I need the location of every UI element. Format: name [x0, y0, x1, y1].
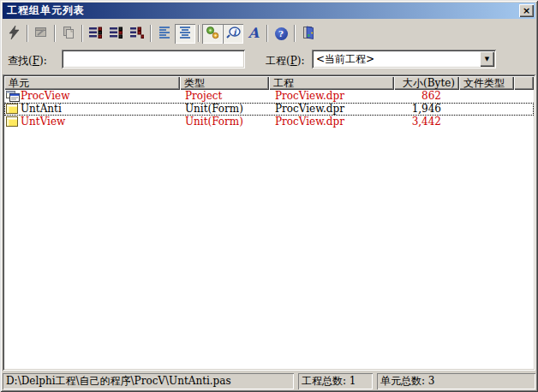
unit-list: 单元 类型 工程 大小(Byte) 文件类型 ProcView Project …	[3, 74, 535, 371]
toolbar: i A ?	[3, 21, 535, 45]
find-input[interactable]	[62, 50, 245, 68]
list-view-icon	[130, 26, 144, 41]
table-row[interactable]: UntAnti Unit(Form) ProcView.dpr 1,946	[4, 103, 534, 116]
status-unit-count: 单元总数: 3	[377, 373, 535, 389]
cell-unit: UntView	[21, 116, 65, 128]
edit-button-disabled[interactable]	[31, 24, 51, 44]
cell-project: ProcView.dpr	[269, 103, 394, 116]
exit-door-icon	[302, 26, 315, 42]
cell-filetype	[459, 116, 514, 128]
align-center-icon	[179, 26, 192, 41]
project-icon	[6, 91, 20, 103]
dialog-window: 工程组单元列表 ×	[0, 0, 538, 392]
gears-icon	[206, 26, 219, 42]
status-bar: D:\Delphi工程\自己的程序\ProcV\UntAnti.pas 工程总数…	[3, 373, 535, 389]
toolbar-separator	[27, 25, 28, 42]
toolbar-separator	[294, 25, 296, 42]
cell-type: Project	[180, 90, 269, 103]
help-button[interactable]: ?	[271, 24, 291, 44]
copy-button-disabled[interactable]	[58, 24, 79, 44]
cell-size: 862	[394, 90, 459, 103]
close-button[interactable]: ×	[519, 4, 534, 17]
cell-project: ProcView.dpr	[269, 116, 394, 128]
cell-size: 1,946	[394, 103, 459, 116]
find-label: 查找(F):	[8, 54, 47, 68]
info-magnifier-icon: i	[226, 26, 241, 42]
column-header-size[interactable]: 大小(Byte)	[394, 76, 459, 90]
font-icon: A	[248, 27, 259, 40]
view-style-2-button[interactable]	[106, 24, 127, 44]
window-title: 工程组单元列表	[7, 3, 85, 18]
title-bar: 工程组单元列表 ×	[3, 3, 535, 19]
cell-size: 3,442	[394, 116, 459, 128]
project-label: 工程(P):	[266, 54, 305, 68]
align-center-button[interactable]	[175, 24, 195, 44]
list-header: 单元 类型 工程 大小(Byte) 文件类型	[4, 76, 534, 90]
cell-filetype	[459, 90, 514, 103]
info-button[interactable]: i	[223, 24, 243, 44]
list-view-icon	[110, 26, 123, 41]
column-header-filetype[interactable]: 文件类型	[459, 76, 514, 90]
toolbar-separator	[54, 25, 56, 42]
cell-unit: UntAnti	[21, 103, 62, 115]
cell-filetype	[459, 103, 514, 116]
view-style-1-button[interactable]	[86, 24, 106, 44]
cell-project: ProcView.dpr	[269, 90, 394, 103]
view-style-3-button[interactable]	[127, 24, 147, 44]
close-icon: ×	[523, 5, 530, 16]
edit-form-icon	[34, 26, 48, 42]
column-header-project[interactable]: 工程	[269, 76, 394, 90]
toolbar-separator	[198, 25, 200, 42]
font-button[interactable]: A	[243, 24, 264, 44]
project-combobox[interactable]: <当前工程> ▼	[312, 50, 496, 68]
toolbar-separator	[266, 25, 268, 42]
align-left-button[interactable]	[154, 24, 175, 44]
lightning-icon	[7, 26, 21, 42]
project-combobox-value: <当前工程>	[312, 52, 480, 67]
copy-icon	[62, 26, 75, 42]
cell-type: Unit(Form)	[180, 103, 269, 116]
toolbar-separator	[81, 25, 83, 42]
column-header-unit[interactable]: 单元	[4, 76, 180, 90]
status-project-count: 工程总数: 1	[298, 373, 373, 389]
chevron-down-icon[interactable]: ▼	[480, 51, 494, 67]
run-button[interactable]	[3, 24, 24, 44]
toolbar-separator	[150, 25, 152, 42]
exit-button[interactable]	[298, 24, 319, 44]
list-view-icon	[89, 26, 103, 41]
column-header-type[interactable]: 类型	[180, 76, 269, 90]
table-row[interactable]: ProcView Project ProcView.dpr 862	[4, 90, 534, 103]
status-file-path: D:\Delphi工程\自己的程序\ProcV\UntAnti.pas	[3, 373, 294, 389]
column-header-stub	[514, 76, 534, 90]
help-icon: ?	[275, 27, 288, 40]
form-icon	[6, 116, 19, 128]
cell-unit: ProcView	[21, 90, 69, 102]
align-left-icon	[158, 26, 171, 41]
table-row[interactable]: UntView Unit(Form) ProcView.dpr 3,442	[4, 116, 534, 128]
options-button[interactable]	[202, 24, 223, 44]
cell-type: Unit(Form)	[180, 116, 269, 128]
form-icon	[6, 104, 19, 116]
